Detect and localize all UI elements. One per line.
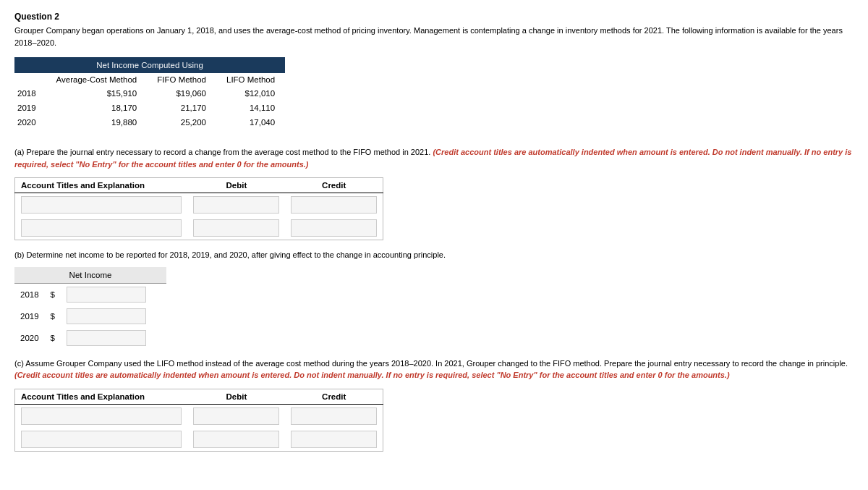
- part-a-account-header: Account Titles and Explanation: [15, 178, 188, 193]
- question-label: Question 2: [14, 12, 854, 22]
- part-a-debit-2[interactable]: [193, 219, 279, 237]
- table-row: 2019 18,170 21,170 14,110: [14, 101, 285, 115]
- part-a-credit-1[interactable]: [291, 196, 377, 214]
- col-avg-cost: Average-Cost Method: [46, 73, 148, 86]
- part-b-value-2019[interactable]: [67, 308, 146, 324]
- part-c-instruction: (c) Assume Grouper Company used the LIFO…: [14, 358, 854, 381]
- net-income-title: Net Income Computed Using: [14, 57, 285, 73]
- fifo-2019: 21,170: [147, 101, 216, 115]
- part-c-account-header: Account Titles and Explanation: [15, 389, 188, 404]
- part-a-credit-header: Credit: [285, 178, 383, 193]
- part-c-account-2[interactable]: [21, 431, 182, 448]
- part-b-table: Net Income 2018 $ 2019 $ 2020 $: [14, 267, 166, 349]
- question-description: Grouper Company began operations on Janu…: [14, 25, 854, 48]
- part-b-year-2019: 2019: [14, 305, 45, 327]
- col-lifo: LIFO Method: [216, 73, 285, 86]
- part-b-header: Net Income: [14, 267, 166, 284]
- part-b-dollar-2018: $: [45, 283, 61, 305]
- part-c-debit-header: Debit: [187, 389, 285, 404]
- avg-cost-2020: 19,880: [46, 115, 148, 130]
- part-a-debit-1[interactable]: [193, 196, 279, 214]
- part-a-debit-header: Debit: [187, 178, 285, 193]
- part-b-row-2018: 2018 $: [14, 283, 166, 305]
- fifo-2020: 25,200: [147, 115, 216, 130]
- part-b-row-2020: 2020 $: [14, 327, 166, 349]
- part-a-instruction: (a) Prepare the journal entry necessary …: [14, 146, 854, 170]
- table-row: 2020 19,880 25,200 17,040: [14, 115, 285, 130]
- col-fifo: FIFO Method: [147, 73, 216, 86]
- part-b-dollar-2020: $: [45, 327, 61, 349]
- avg-cost-2019: 18,170: [46, 101, 148, 115]
- part-a-row-2: [15, 216, 383, 240]
- part-a-account-1[interactable]: [21, 196, 182, 214]
- part-a-row-1: [15, 193, 383, 217]
- part-c-credit-1[interactable]: [291, 407, 377, 425]
- part-c-credit-header: Credit: [285, 389, 383, 404]
- part-c-debit-1[interactable]: [193, 407, 279, 425]
- part-b-year-2020: 2020: [14, 327, 45, 349]
- part-c-row-1: [15, 404, 383, 428]
- part-b-row-2019: 2019 $: [14, 305, 166, 327]
- part-a-credit-2[interactable]: [291, 219, 377, 237]
- part-c-account-1[interactable]: [21, 407, 182, 425]
- part-c-journal-table: Account Titles and Explanation Debit Cre…: [14, 389, 383, 452]
- part-b-year-2018: 2018: [14, 283, 45, 305]
- part-c-debit-2[interactable]: [193, 431, 279, 448]
- net-income-table-wrapper: Net Income Computed Using Average-Cost M…: [14, 57, 285, 130]
- part-a-journal-table: Account Titles and Explanation Debit Cre…: [14, 177, 383, 240]
- year-2020: 2020: [14, 115, 46, 130]
- net-income-table: Net Income Computed Using Average-Cost M…: [14, 57, 285, 130]
- part-c-credit-2[interactable]: [291, 431, 377, 448]
- part-a-account-2[interactable]: [21, 219, 182, 237]
- part-b-dollar-2019: $: [45, 305, 61, 327]
- part-b-value-2020[interactable]: [67, 330, 146, 346]
- avg-cost-2018: $15,910: [46, 86, 148, 101]
- table-row: 2018 $15,910 $19,060 $12,010: [14, 86, 285, 101]
- lifo-2018: $12,010: [216, 86, 285, 101]
- lifo-2020: 17,040: [216, 115, 285, 130]
- year-2018: 2018: [14, 86, 46, 101]
- part-b-instruction: (b) Determine net income to be reported …: [14, 249, 854, 261]
- year-2019: 2019: [14, 101, 46, 115]
- fifo-2018: $19,060: [147, 86, 216, 101]
- part-b-value-2018[interactable]: [67, 287, 146, 303]
- part-c-row-2: [15, 428, 383, 452]
- lifo-2019: 14,110: [216, 101, 285, 115]
